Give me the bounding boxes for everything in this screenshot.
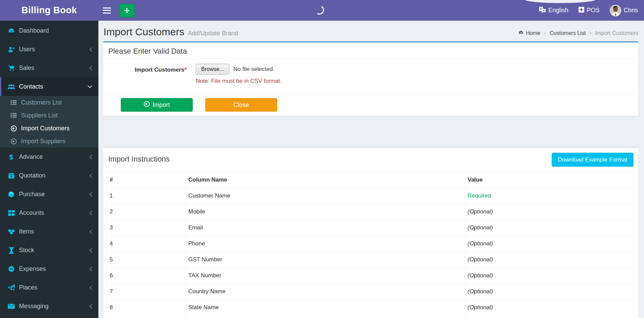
row-value: (Optional) [465, 284, 635, 300]
sidebar-item-dashboard[interactable]: Dashboard [0, 21, 98, 40]
loading-spinner-icon [314, 4, 325, 16]
table-row: 4 Phone (Optional) [107, 236, 635, 252]
row-value: (Optional) [465, 316, 635, 318]
sidebar-item-import-customers[interactable]: Import Customers [0, 122, 98, 135]
row-column-name: Email [186, 220, 465, 236]
sidebar-item-label: Import Suppliers [21, 138, 65, 145]
row-value: (Optional) [465, 204, 635, 220]
paper-plane-icon [7, 284, 16, 291]
close-button[interactable]: Close [205, 98, 277, 112]
dollar-icon: $ [7, 153, 16, 161]
envelope-icon [7, 304, 16, 309]
row-number: 7 [107, 284, 186, 300]
user-name: Chris [624, 7, 638, 14]
required-asterisk: * [184, 67, 187, 73]
sidebar-item-label: Accounts [19, 209, 44, 217]
sidebar-item-label: Suppliers List [21, 112, 58, 119]
row-number: 2 [107, 204, 186, 220]
row-value: (Optional) [465, 268, 635, 284]
quick-add-button[interactable] [119, 4, 135, 17]
sidebar-item-contacts[interactable]: Contacts [0, 77, 98, 96]
arrow-circle-left-icon [144, 101, 150, 109]
download-example-format-button[interactable]: Download Example Format [552, 153, 633, 167]
sidebar-toggle-icon[interactable] [103, 7, 111, 14]
chevron-left-icon [89, 266, 93, 272]
list-icon [10, 113, 17, 118]
sidebar-item-label: Sales [19, 64, 34, 72]
main-content: Import CustomersAdd/Update Brand Home > … [98, 21, 644, 318]
row-number: 6 [107, 268, 186, 284]
import-button[interactable]: Import [121, 98, 193, 112]
sidebar-item-label: Items [19, 228, 34, 235]
row-number: 1 [107, 188, 186, 204]
row-column-name: Country Name [186, 284, 465, 300]
user-menu[interactable]: Chris [610, 0, 638, 21]
sidebar-item-quotation[interactable]: Quotation [0, 166, 98, 185]
sidebar-item-expenses[interactable]: Expenses [0, 260, 98, 278]
pos-button[interactable]: POS [579, 0, 600, 21]
chevron-left-icon [89, 229, 93, 235]
sidebar-item-accounts[interactable]: Accounts [0, 204, 98, 222]
table-row: 5 GST Number (Optional) [107, 252, 635, 268]
row-column-name: GST Number [186, 252, 465, 268]
sidebar-item-items[interactable]: Items [0, 222, 98, 241]
breadcrumb-customers-list[interactable]: Customers List [550, 30, 586, 36]
sidebar-item-purchase[interactable]: Purchase [0, 185, 98, 204]
row-column-name: TAX Number [186, 268, 465, 284]
chevron-left-icon [89, 173, 93, 179]
hourglass-icon [7, 247, 16, 254]
cube-icon [7, 191, 16, 198]
sidebar-item-label: Users [19, 46, 35, 53]
content-header: Import CustomersAdd/Update Brand Home > … [98, 21, 644, 41]
row-number: 9 [107, 316, 186, 318]
minus-circle-icon [7, 266, 16, 272]
chevron-left-icon [89, 47, 93, 52]
topbar-right: English POS Ch [539, 0, 644, 21]
row-number: 5 [107, 252, 186, 268]
grid-icon [7, 210, 16, 216]
row-column-name: Postal Code [186, 316, 465, 318]
breadcrumb-home[interactable]: Home [518, 30, 541, 37]
sidebar-item-label: Dashboard [19, 27, 49, 34]
sidebar-item-sales[interactable]: Sales [0, 59, 98, 77]
breadcrumb-separator: > [589, 30, 592, 36]
row-column-name: Phone [186, 236, 465, 252]
chevron-down-icon [87, 85, 93, 89]
table-row: 6 TAX Number (Optional) [107, 268, 635, 284]
sidebar-item-label: Messaging [19, 303, 49, 310]
col-header-column-name: Column Name [186, 172, 465, 188]
instructions-table-body: 1 Customer Name Required 2 Mobile (Optio… [107, 188, 635, 318]
import-form-card: Please Enter Valid Data Import Customers… [103, 41, 638, 116]
chevron-left-icon [89, 248, 93, 253]
browse-button[interactable]: Browse... [196, 64, 229, 75]
table-row: 1 Customer Name Required [107, 188, 635, 204]
sidebar-item-stock[interactable]: Stock [0, 241, 98, 260]
row-number: 8 [107, 300, 186, 316]
instructions-card-body: # Column Name Value 1 Customer Name Requ… [103, 172, 638, 318]
sidebar-item-customers-list[interactable]: Customers List [0, 96, 98, 109]
sidebar-item-suppliers-list[interactable]: Suppliers List [0, 109, 98, 122]
arrow-circle-left-icon [10, 138, 17, 145]
form-card-footer: Import Close [103, 94, 638, 116]
page-subtitle: Add/Update Brand [188, 30, 238, 37]
table-row: 2 Mobile (Optional) [107, 204, 635, 220]
form-card-title: Please Enter Valid Data [103, 42, 638, 59]
app-logo[interactable]: Billing Book [0, 0, 98, 21]
sidebar-item-label: Quotation [19, 172, 45, 179]
sidebar-item-users[interactable]: Users [0, 40, 98, 59]
row-value: (Optional) [465, 252, 635, 268]
import-instructions-card: Import Instructions Download Example For… [103, 147, 638, 318]
file-input-group: Browse... No file selected. Note: File m… [196, 64, 282, 85]
sidebar-item-import-suppliers[interactable]: Import Suppliers [0, 135, 98, 148]
row-column-name: Customer Name [186, 188, 465, 204]
import-customers-label: Import Customers* [108, 64, 196, 85]
sidebar-item-advance[interactable]: $ Advance [0, 148, 98, 166]
sidebar-item-places[interactable]: Places [0, 278, 98, 297]
table-row: 8 State Name (Optional) [107, 300, 635, 316]
row-value: (Optional) [465, 300, 635, 316]
sidebar-item-messaging[interactable]: Messaging [0, 297, 98, 316]
sidebar-item-label: Import Customers [21, 125, 70, 132]
table-row: 3 Email (Optional) [107, 220, 635, 236]
cart-icon [7, 65, 16, 71]
language-menu[interactable]: English [539, 0, 568, 21]
